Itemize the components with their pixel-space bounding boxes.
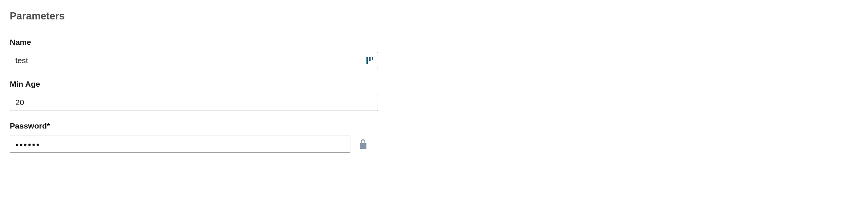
min-age-label: Min Age — [10, 80, 380, 89]
svg-rect-2 — [372, 57, 373, 60]
svg-rect-0 — [366, 57, 368, 64]
name-label: Name — [10, 38, 380, 47]
dashboard-icon[interactable] — [366, 57, 374, 64]
field-name: Name — [10, 38, 380, 69]
password-label: Password* — [10, 121, 380, 130]
min-age-input-row — [10, 94, 380, 111]
name-input-row — [10, 52, 380, 69]
password-input-row — [10, 136, 380, 153]
field-min-age: Min Age — [10, 80, 380, 111]
lock-icon[interactable] — [359, 139, 368, 149]
parameters-form: Parameters Name Min Age Password — [0, 0, 389, 174]
section-title: Parameters — [10, 10, 380, 22]
svg-rect-1 — [369, 57, 371, 61]
field-password: Password* — [10, 121, 380, 153]
password-input[interactable] — [10, 136, 350, 153]
name-input-wrap — [10, 52, 378, 69]
name-input[interactable] — [10, 52, 378, 69]
min-age-input[interactable] — [10, 94, 378, 111]
